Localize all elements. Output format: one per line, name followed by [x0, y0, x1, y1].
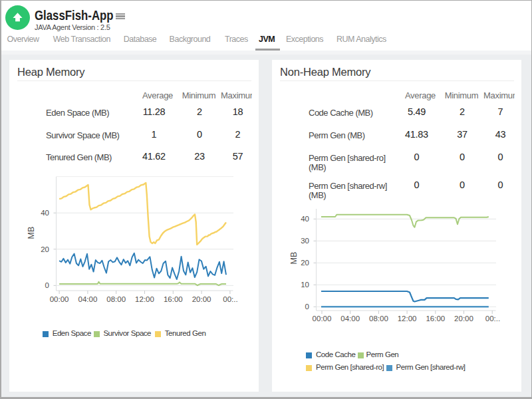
svg-text:20:00: 20:00 — [192, 295, 211, 303]
svg-text:20: 20 — [41, 245, 49, 253]
svg-text:40: 40 — [41, 209, 49, 217]
svg-text:40: 40 — [301, 215, 309, 223]
svg-text:MB: MB — [27, 227, 36, 239]
svg-text:00:00: 00:00 — [313, 315, 332, 323]
svg-text:00:00: 00:00 — [50, 295, 69, 303]
svg-text:20: 20 — [301, 259, 309, 267]
svg-text:04:00: 04:00 — [340, 315, 360, 323]
svg-text:04:00: 04:00 — [78, 295, 98, 303]
svg-text:30: 30 — [301, 237, 309, 245]
svg-text:0: 0 — [305, 303, 309, 311]
svg-text:0: 0 — [45, 281, 49, 289]
svg-text:00:..: 00:.. — [485, 315, 500, 323]
svg-text:00:..: 00:.. — [223, 295, 237, 303]
svg-text:12:00: 12:00 — [398, 315, 417, 323]
svg-text:20:00: 20:00 — [454, 315, 473, 323]
svg-text:12:00: 12:00 — [135, 295, 154, 303]
svg-text:08:00: 08:00 — [106, 295, 126, 303]
svg-text:16:00: 16:00 — [426, 315, 445, 323]
svg-text:10: 10 — [301, 281, 309, 289]
svg-text:08:00: 08:00 — [369, 315, 388, 323]
svg-text:MB: MB — [289, 252, 299, 265]
svg-text:16:00: 16:00 — [164, 295, 183, 303]
